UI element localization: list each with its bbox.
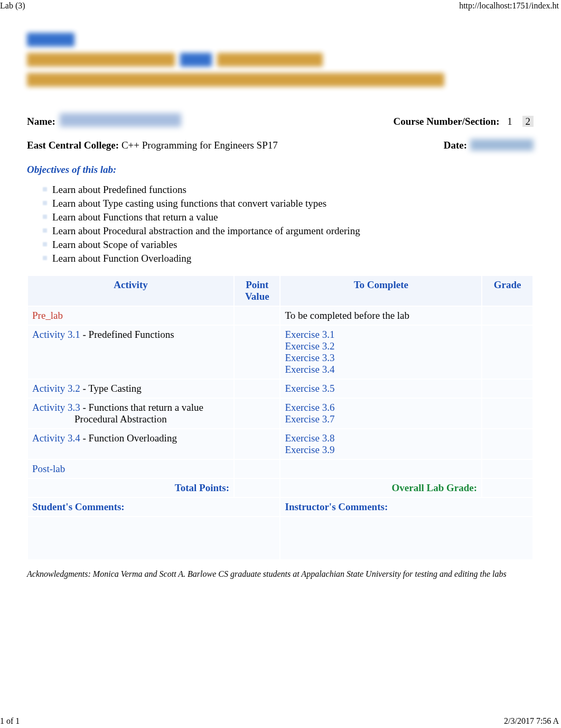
exercise-link[interactable]: Exercise 3.9 (285, 444, 334, 455)
overall-lab-grade-label: Overall Lab Grade: (280, 479, 481, 497)
prelab-link[interactable]: Pre_lab (32, 310, 63, 321)
redacted-heading-2b (180, 53, 212, 67)
redacted-heading-1 (27, 33, 74, 47)
objectives-list: Learn about Predefined functions Learn a… (43, 184, 534, 264)
prelab-to-complete: To be completed before the lab (280, 307, 481, 325)
course-option-1[interactable]: 1 (507, 116, 512, 127)
name-value-redacted (60, 113, 181, 127)
activity-3-2-link[interactable]: Activity 3.2 (32, 383, 80, 394)
student-comments-label: Student's Comments: (28, 498, 279, 516)
course-description: C++ Programming for Engineers SP17 (121, 140, 278, 151)
heading-redacted-group (27, 32, 534, 88)
date-label: Date: (444, 140, 467, 151)
page-counter: 1 of 1 (0, 716, 20, 726)
exercise-link[interactable]: Exercise 3.8 (285, 432, 334, 444)
table-row: Post-lab (28, 460, 532, 478)
activity-3-2-desc: - Type Casting (80, 383, 142, 394)
exercise-link[interactable]: Exercise 3.7 (285, 413, 334, 425)
exercise-link[interactable]: Exercise 3.1 (285, 329, 334, 340)
activity-3-1-desc: - Predefined Functions (80, 329, 174, 340)
comments-header-row: Student's Comments: Instructor's Comment… (28, 498, 532, 516)
course-number-section: Course Number/Section: 1 2 (393, 116, 534, 127)
east-central-college-label: East Central College: (27, 140, 119, 151)
list-item: Learn about Scope of variables (43, 239, 534, 251)
exercise-link[interactable]: Exercise 3.5 (285, 383, 334, 394)
exercise-link[interactable]: Exercise 3.3 (285, 352, 334, 363)
print-timestamp: 2/3/2017 7:56 A (504, 716, 559, 726)
student-comments-area[interactable] (28, 517, 279, 559)
activity-3-1-link[interactable]: Activity 3.1 (32, 329, 80, 340)
activity-3-4-link[interactable]: Activity 3.4 (32, 432, 80, 444)
table-row: Activity 3.2 - Type Casting Exercise 3.5 (28, 380, 532, 398)
objectives-heading: Objectives of this lab: (27, 164, 534, 176)
browser-meta-bar: Lab (3) http://localhost:1751/index.ht (0, 0, 561, 11)
list-item: Learn about Predefined functions (43, 184, 534, 196)
col-to-complete: To Complete (280, 276, 481, 306)
list-item: Learn about Function Overloading (43, 253, 534, 264)
totals-row: Total Points: Overall Lab Grade: (28, 479, 532, 497)
table-row: Pre_lab To be completed before the lab (28, 307, 532, 325)
exercise-link[interactable]: Exercise 3.4 (285, 364, 334, 375)
instructor-comments-label: Instructor's Comments: (280, 498, 532, 516)
redacted-heading-2a (27, 53, 175, 67)
page-title-truncated: Lab (3) (0, 1, 25, 11)
date-value-redacted (470, 139, 534, 151)
activity-3-3-desc: - Functions that return a value (80, 402, 203, 413)
name-label: Name: (27, 116, 55, 127)
print-footer: 1 of 1 2/3/2017 7:56 A (0, 716, 559, 726)
table-row: Activity 3.3 - Functions that return a v… (28, 399, 532, 428)
total-points-label: Total Points: (28, 479, 233, 497)
lab-activities-table: Activity Point Value To Complete Grade P… (27, 275, 534, 560)
page-url-truncated: http://localhost:1751/index.ht (459, 1, 559, 11)
redacted-heading-2c (217, 53, 323, 67)
list-item: Learn about Functions that return a valu… (43, 211, 534, 223)
table-row: Activity 3.4 - Function Overloading Exer… (28, 429, 532, 459)
acknowledgments-text: Acknowledgments: Monica Verma and Scott … (27, 568, 534, 580)
col-point-value: Point Value (235, 276, 279, 306)
instructor-comments-area[interactable] (280, 517, 532, 559)
activity-3-3-link[interactable]: Activity 3.3 (32, 402, 80, 413)
name-course-row: Name: Course Number/Section: 1 2 (27, 111, 534, 127)
course-label: Course Number/Section: (393, 116, 499, 127)
comments-space-row (28, 517, 532, 559)
course-option-2[interactable]: 2 (522, 116, 534, 127)
postlab-link[interactable]: Post-lab (32, 463, 65, 474)
list-item: Learn about Procedural abstraction and t… (43, 225, 534, 237)
col-activity: Activity (28, 276, 233, 306)
table-row: Activity 3.1 - Predefined Functions Exer… (28, 326, 532, 379)
exercise-link[interactable]: Exercise 3.2 (285, 340, 334, 352)
activity-3-4-desc: - Function Overloading (80, 432, 177, 444)
table-header-row: Activity Point Value To Complete Grade (28, 276, 532, 306)
activity-3-3-subdesc: Procedural Abstraction (32, 413, 229, 425)
list-item: Learn about Type casting using functions… (43, 198, 534, 209)
redacted-heading-3 (27, 73, 444, 87)
exercise-link[interactable]: Exercise 3.6 (285, 402, 334, 413)
document-body: Name: Course Number/Section: 1 2 East Ce… (0, 11, 561, 580)
col-grade: Grade (482, 276, 532, 306)
college-date-row: East Central College: C++ Programming fo… (27, 137, 534, 151)
